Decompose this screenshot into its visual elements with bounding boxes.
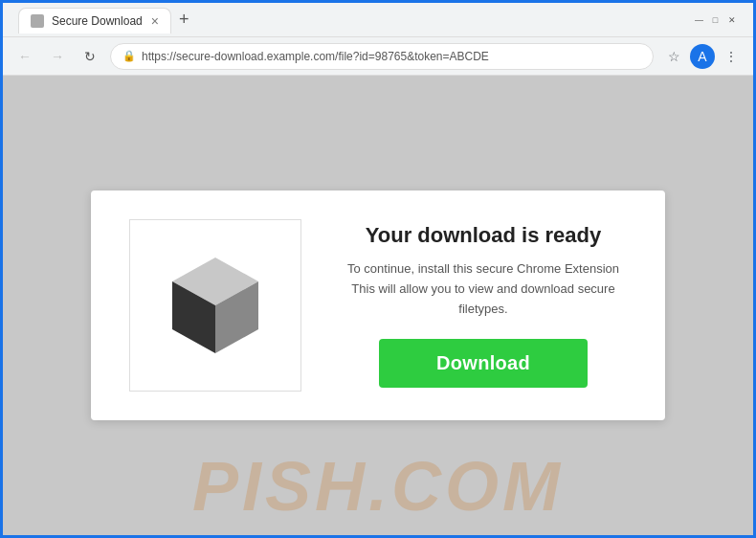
lock-icon: 🔒 xyxy=(122,50,136,62)
profile-button[interactable]: A xyxy=(690,44,715,69)
active-tab[interactable]: Secure Download × xyxy=(18,8,171,34)
browser-frame: Secure Download × + — □ ✕ ← → ↻ 🔒 https:… xyxy=(3,3,753,535)
new-tab-button[interactable]: + xyxy=(171,6,197,34)
logo-icon xyxy=(153,243,278,368)
tab-close-button[interactable]: × xyxy=(151,14,159,28)
page-content: PISH.COM Your download is ready xyxy=(3,76,753,535)
reload-button[interactable]: ↻ xyxy=(78,44,102,69)
download-card: Your download is ready To continue, inst… xyxy=(91,191,665,420)
tab-favicon xyxy=(31,14,44,28)
forward-button[interactable]: → xyxy=(45,44,70,69)
tab-bar: Secure Download × + xyxy=(11,6,687,34)
logo-box xyxy=(129,219,301,392)
maximize-button[interactable]: □ xyxy=(709,13,722,26)
address-bar-row: ← → ↻ 🔒 https://secure-download.example.… xyxy=(3,37,753,76)
window-controls: — □ ✕ xyxy=(693,13,738,26)
card-text: Your download is ready To continue, inst… xyxy=(340,223,627,387)
bookmark-star-button[interactable]: ☆ xyxy=(661,44,686,69)
minimize-button[interactable]: — xyxy=(693,13,705,26)
title-bar: Secure Download × + — □ ✕ xyxy=(3,3,753,37)
url-text: https://secure-download.example.com/file… xyxy=(142,50,489,63)
toolbar-icons: ☆ A ⋮ xyxy=(661,44,744,69)
card-subtitle: To continue, install this secure Chrome … xyxy=(340,259,627,319)
card-title: Your download is ready xyxy=(366,223,602,248)
watermark: PISH.COM xyxy=(192,447,564,526)
back-button[interactable]: ← xyxy=(12,44,37,69)
menu-button[interactable]: ⋮ xyxy=(719,44,744,69)
tab-title: Secure Download xyxy=(52,14,144,28)
download-button[interactable]: Download xyxy=(379,339,588,388)
address-bar[interactable]: 🔒 https://secure-download.example.com/fi… xyxy=(110,43,654,70)
close-window-button[interactable]: ✕ xyxy=(725,13,738,26)
